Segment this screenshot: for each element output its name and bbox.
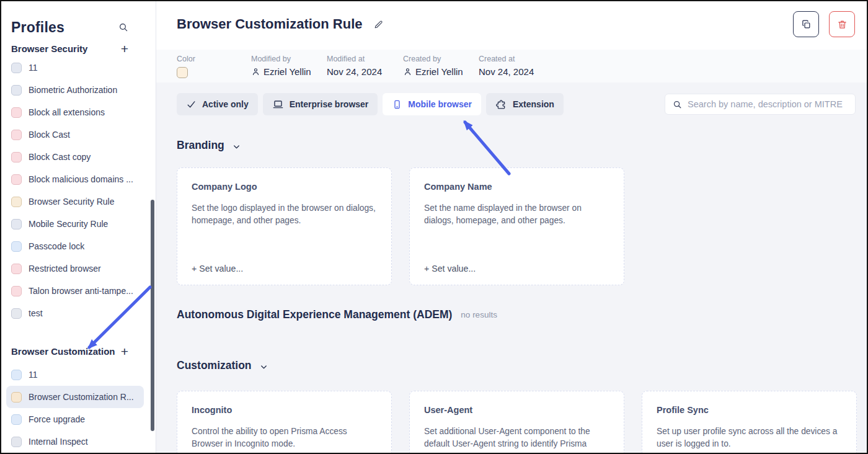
filter-active-only[interactable]: Active only	[177, 93, 258, 115]
profile-color-swatch	[11, 241, 22, 252]
sidebar-item[interactable]: Block malicious domains ...	[1, 168, 156, 190]
edit-title-icon[interactable]	[373, 19, 384, 30]
person-icon	[251, 67, 260, 76]
person-icon	[403, 67, 412, 76]
sidebar-item-label: Block malicious domains ...	[29, 174, 133, 184]
profile-color-swatch	[11, 392, 22, 403]
trash-icon	[837, 19, 848, 30]
sidebar-item[interactable]: test	[1, 302, 156, 324]
card-description: Set the logo displayed in the browser on…	[192, 202, 377, 228]
sidebar-item-label: Block all extensions	[29, 107, 105, 117]
card-title: Incognito	[192, 405, 377, 415]
sidebar-item[interactable]: Browser Security Rule	[1, 190, 156, 213]
profile-color-swatch	[11, 107, 22, 118]
sidebar-scrollbar[interactable]	[151, 200, 154, 431]
puzzle-icon	[495, 99, 507, 110]
sidebar-item-selected[interactable]: Browser Customization R...	[6, 386, 144, 408]
section-label-browser-security: Browser Security	[11, 43, 87, 54]
card-company-name[interactable]: Company Name Set the name displayed in t…	[409, 167, 624, 285]
profile-color-swatch	[11, 197, 22, 207]
add-profile-button[interactable]: +	[121, 42, 128, 55]
profile-color-swatch	[11, 85, 22, 96]
sidebar-item[interactable]: 11	[1, 56, 156, 79]
card-title: User-Agent	[424, 405, 609, 415]
sidebar-item-label: Block Cast	[29, 130, 70, 140]
filter-mobile-browser[interactable]: Mobile browser	[383, 93, 481, 115]
sidebar-item[interactable]: Mobile Security Rule	[1, 213, 156, 235]
sidebar-item[interactable]: Force upgrade	[1, 408, 156, 430]
sidebar-item[interactable]: Biometric Authorization	[1, 79, 156, 101]
section-label-browser-customization: Browser Customization	[11, 346, 115, 357]
filter-enterprise-browser[interactable]: Enterprise browser	[263, 93, 378, 115]
modified-at-value: Nov 24, 2024	[327, 66, 382, 77]
search-field[interactable]	[665, 94, 856, 115]
card-description: Set additional User-Agent component to t…	[424, 425, 609, 454]
rule-color-swatch[interactable]	[177, 67, 188, 78]
profile-color-swatch	[11, 152, 22, 162]
add-profile-button[interactable]: +	[121, 345, 128, 358]
sidebar-item[interactable]: Block Cast copy	[1, 146, 156, 168]
filter-label: Extension	[513, 99, 554, 109]
sidebar-item[interactable]: Talon browser anti-tampe...	[1, 280, 156, 302]
profile-color-swatch	[11, 130, 22, 140]
sidebar-item[interactable]: Passcode lock	[1, 235, 156, 257]
card-profile-sync[interactable]: Profile Sync Set up user profile sync ac…	[642, 391, 857, 454]
page-title: Browser Customization Rule	[177, 16, 362, 32]
sidebar-item-label: Browser Customization R...	[29, 392, 134, 402]
sidebar-item-label: Browser Security Rule	[29, 197, 115, 207]
profile-color-swatch	[11, 286, 22, 296]
main-panel: Browser Customization Rule	[156, 1, 867, 453]
profile-color-swatch	[11, 174, 22, 185]
profile-color-swatch	[11, 63, 22, 73]
card-title: Profile Sync	[657, 405, 842, 415]
card-description: Set up user profile sync across all the …	[657, 425, 842, 451]
filter-label: Enterprise browser	[290, 99, 369, 109]
profile-color-swatch	[11, 370, 22, 380]
profile-color-swatch	[11, 219, 22, 229]
chevron-down-icon[interactable]	[259, 362, 268, 372]
modified-at-label: Modified at	[327, 55, 382, 63]
card-user-agent[interactable]: User-Agent Set additional User-Agent com…	[409, 391, 624, 454]
sidebar-item[interactable]: Restricted browser	[1, 257, 156, 280]
laptop-icon	[272, 99, 284, 110]
profile-color-swatch	[11, 264, 22, 274]
set-value-link[interactable]: + Set value...	[192, 264, 377, 274]
set-value-link[interactable]: + Set value...	[424, 264, 609, 274]
filter-toolbar: Active only Enterprise browser Mobile br…	[177, 93, 856, 115]
search-icon[interactable]	[118, 22, 128, 32]
sidebar-item-label: Internal Inspect	[29, 437, 88, 447]
card-description: Control the ability to open Prisma Acces…	[192, 425, 377, 451]
search-input[interactable]	[688, 99, 848, 109]
sidebar-item-label: test	[29, 308, 43, 318]
sidebar-item[interactable]: Internal Inspect	[1, 430, 156, 453]
delete-button[interactable]	[829, 11, 855, 37]
created-by-label: Created by	[403, 55, 463, 63]
card-company-logo[interactable]: Company Logo Set the logo displayed in t…	[177, 167, 392, 285]
adem-no-results: no results	[461, 310, 497, 319]
created-at-value: Nov 24, 2024	[479, 66, 534, 77]
card-title: Company Name	[424, 182, 609, 192]
check-icon	[186, 99, 197, 110]
sidebar-item-label: 11	[29, 63, 38, 73]
sidebar-item-label: 11	[29, 370, 38, 380]
customization-section-title: Customization	[177, 359, 252, 372]
filter-extension[interactable]: Extension	[486, 93, 564, 115]
sidebar-item[interactable]: Block all extensions	[1, 101, 156, 123]
profile-color-swatch	[11, 308, 22, 319]
sidebar-item[interactable]: 11	[1, 363, 156, 386]
metadata-strip: Color Modified by Ezriel Yellin Modified…	[156, 50, 867, 82]
card-incognito[interactable]: Incognito Control the ability to open Pr…	[177, 391, 392, 454]
modified-by-label: Modified by	[251, 55, 311, 63]
profile-color-swatch	[11, 414, 22, 425]
duplicate-button[interactable]	[793, 11, 819, 37]
adem-section-title: Autonomous Digital Experience Management…	[177, 308, 452, 321]
sidebar-item[interactable]: Block Cast	[1, 123, 156, 146]
created-by-value: Ezriel Yellin	[415, 66, 463, 77]
color-label: Color	[177, 55, 195, 63]
chevron-down-icon[interactable]	[232, 142, 241, 151]
profile-color-swatch	[11, 437, 22, 447]
card-description: Set the name displayed in the browser on…	[424, 202, 609, 228]
sidebar-item-label: Passcode lock	[29, 241, 84, 251]
sidebar-item-label: Force upgrade	[29, 414, 85, 424]
sidebar-item-label: Mobile Security Rule	[29, 219, 108, 229]
